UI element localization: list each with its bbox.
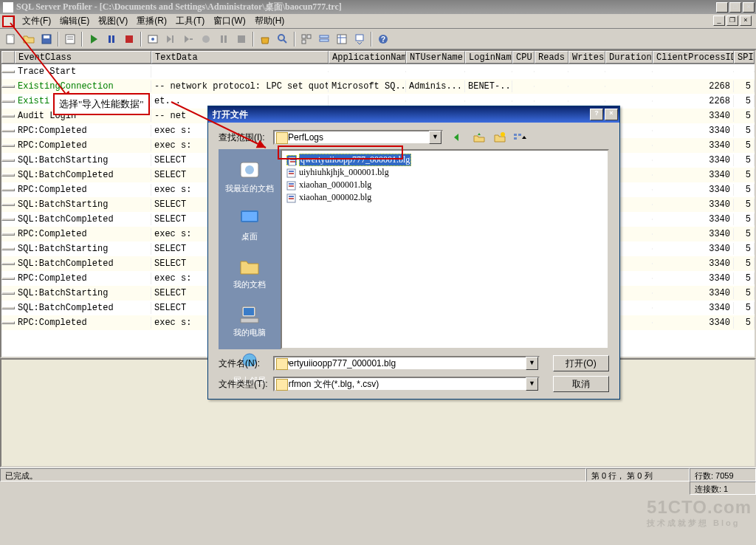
col-login[interactable]: LoginName bbox=[465, 51, 512, 64]
col-writes[interactable]: Writes bbox=[568, 51, 605, 64]
mdi-restore-button[interactable]: ❐ bbox=[726, 16, 738, 26]
pause-button[interactable] bbox=[103, 31, 120, 47]
table-row[interactable]: ExistingConnection -- network protocol: … bbox=[1, 79, 755, 94]
svg-rect-14 bbox=[224, 35, 227, 43]
svg-rect-53 bbox=[289, 198, 294, 199]
col-eventclass[interactable]: EventClass bbox=[15, 51, 151, 64]
col-appname[interactable]: ApplicationName bbox=[329, 51, 406, 64]
breakpoint-button[interactable] bbox=[198, 31, 214, 47]
step-button[interactable] bbox=[162, 31, 179, 47]
filename-combo[interactable]: qwertyuiioopp777_000001.blg▼ bbox=[273, 356, 540, 371]
table-row[interactable]: Trace Start bbox=[1, 64, 755, 79]
aggregate-button[interactable] bbox=[298, 31, 315, 47]
help-button[interactable]: ? bbox=[375, 31, 391, 47]
svg-rect-39 bbox=[241, 318, 258, 323]
filetype-combo[interactable]: Perfmon 文件(*.blg, *.csv)▼ bbox=[273, 377, 540, 391]
open-trace-button[interactable] bbox=[21, 31, 37, 47]
view-menu-button[interactable] bbox=[512, 130, 529, 145]
col-spid[interactable]: SPI bbox=[734, 51, 755, 64]
svg-rect-20 bbox=[302, 40, 306, 44]
col-cpid[interactable]: ClientProcessID bbox=[653, 51, 734, 64]
dialog-help-button[interactable]: ? bbox=[590, 109, 603, 120]
window-title: SQL Server Profiler - [C:\Documents and … bbox=[16, 1, 342, 13]
open-file-dialog: 打开文件 ? × 查找范围(I): PerfLogs ▼ 我最近的文档 桌面 我 bbox=[207, 106, 620, 400]
status-position: 第 0 行， 第 0 列 bbox=[586, 468, 690, 481]
run-to-cursor-button[interactable] bbox=[180, 31, 196, 47]
col-duration[interactable]: Duration bbox=[605, 51, 653, 64]
clear-button[interactable] bbox=[257, 31, 273, 47]
svg-point-34 bbox=[245, 165, 254, 174]
save-button[interactable] bbox=[38, 31, 55, 47]
cancel-button[interactable]: 取消 bbox=[553, 376, 609, 392]
svg-rect-32 bbox=[518, 134, 521, 136]
menu-window[interactable]: 窗口(W) bbox=[209, 14, 250, 28]
col-reads[interactable]: Reads bbox=[535, 51, 568, 64]
chevron-down-icon[interactable]: ▼ bbox=[429, 131, 441, 144]
svg-rect-38 bbox=[244, 308, 254, 315]
place-recent[interactable]: 我最近的文档 bbox=[219, 154, 281, 202]
chevron-down-icon[interactable]: ▼ bbox=[526, 357, 538, 370]
properties-button[interactable] bbox=[62, 31, 78, 47]
run-button[interactable] bbox=[86, 31, 102, 47]
svg-line-17 bbox=[284, 40, 286, 43]
mdi-close-button[interactable]: × bbox=[740, 16, 752, 26]
open-button[interactable]: 打开(O) bbox=[553, 355, 609, 371]
maximize-button[interactable]: □ bbox=[729, 2, 741, 13]
file-icon bbox=[286, 180, 297, 191]
stop-replay-button[interactable] bbox=[233, 31, 250, 47]
dialog-close-button[interactable]: × bbox=[605, 109, 618, 120]
svg-rect-23 bbox=[337, 35, 346, 44]
svg-rect-47 bbox=[289, 173, 294, 174]
chevron-down-icon[interactable]: ▼ bbox=[526, 377, 538, 391]
file-item[interactable]: xiaohan_000001.blg bbox=[285, 179, 605, 191]
menu-edit[interactable]: 编辑(E) bbox=[55, 14, 94, 28]
status-rowcount: 行数: 7059 bbox=[690, 468, 756, 481]
minimize-button[interactable]: _ bbox=[716, 2, 728, 13]
organize-button[interactable] bbox=[334, 31, 350, 47]
svg-rect-6 bbox=[109, 35, 111, 43]
menu-view[interactable]: 视图(V) bbox=[94, 14, 132, 28]
lookin-combo[interactable]: PerfLogs ▼ bbox=[273, 130, 443, 145]
menu-replay[interactable]: 重播(R) bbox=[132, 14, 171, 28]
svg-rect-22 bbox=[320, 39, 329, 41]
col-ntuser[interactable]: NTUserName bbox=[406, 51, 465, 64]
filetype-label: 文件类型(T): bbox=[219, 378, 273, 391]
menu-help[interactable]: 帮助(H) bbox=[250, 14, 289, 28]
back-button[interactable] bbox=[450, 130, 467, 145]
mdi-minimize-button[interactable]: _ bbox=[713, 16, 725, 26]
col-cpu[interactable]: CPU bbox=[512, 51, 535, 64]
place-desktop[interactable]: 桌面 bbox=[219, 202, 281, 250]
annotation-callout: 选择"导入性能数据" bbox=[53, 93, 150, 115]
statusbar: 已完成。 第 0 行， 第 0 列 行数: 7059 连接数: 1 bbox=[0, 467, 756, 497]
file-list[interactable]: qwertyuiioopp777_000001.blguiyhiuhkjhjk_… bbox=[281, 149, 609, 349]
svg-rect-2 bbox=[44, 35, 49, 38]
autoscroll-button[interactable] bbox=[351, 31, 368, 47]
toggle-break-button[interactable] bbox=[216, 31, 232, 47]
svg-rect-43 bbox=[290, 159, 295, 160]
svg-rect-50 bbox=[289, 185, 294, 187]
menu-tools[interactable]: 工具(T) bbox=[171, 14, 209, 28]
status-connections: 连接数: 1 bbox=[690, 481, 756, 495]
svg-rect-19 bbox=[307, 35, 311, 38]
titlebar: SQL Server Profiler - [C:\Documents and … bbox=[0, 0, 756, 14]
close-button[interactable]: × bbox=[743, 2, 755, 13]
file-icon bbox=[286, 168, 297, 178]
replay-settings-button[interactable] bbox=[145, 31, 161, 47]
group-button[interactable] bbox=[316, 31, 332, 47]
new-folder-button[interactable] bbox=[492, 130, 508, 145]
place-mydocs[interactable]: 我的文档 bbox=[219, 250, 281, 298]
file-item[interactable]: uiyhiuhkjhjk_000001.blg bbox=[285, 166, 605, 179]
menu-file[interactable]: 文件(F) bbox=[18, 14, 55, 28]
col-textdata[interactable]: TextData bbox=[151, 51, 329, 64]
find-button[interactable] bbox=[275, 31, 291, 47]
up-button[interactable] bbox=[471, 130, 487, 145]
file-icon bbox=[286, 155, 297, 165]
place-mycomputer[interactable]: 我的电脑 bbox=[219, 298, 281, 346]
svg-rect-7 bbox=[112, 35, 114, 43]
new-trace-button[interactable] bbox=[3, 31, 19, 47]
mdi-icon bbox=[3, 16, 13, 27]
file-item[interactable]: xiaohan_000002.blg bbox=[285, 191, 605, 204]
file-item[interactable]: qwertyuiioopp777_000001.blg bbox=[285, 154, 605, 166]
svg-rect-11 bbox=[172, 35, 173, 43]
stop-button[interactable] bbox=[121, 31, 137, 47]
